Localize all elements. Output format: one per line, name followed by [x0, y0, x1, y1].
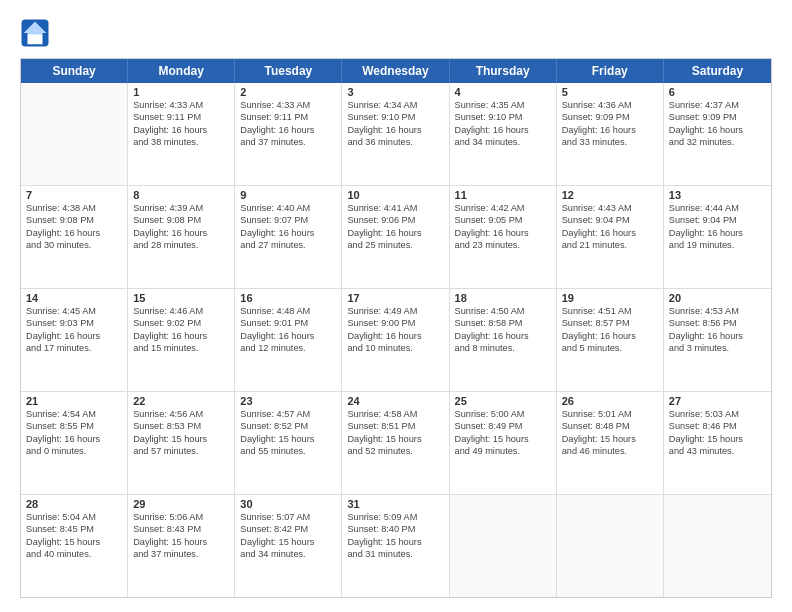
cell-info-line: and 34 minutes. [455, 136, 551, 148]
cell-info-line: Sunset: 8:49 PM [455, 420, 551, 432]
cell-info-line: Sunrise: 5:04 AM [26, 511, 122, 523]
day-number: 15 [133, 292, 229, 304]
cell-info-line: Sunrise: 5:03 AM [669, 408, 766, 420]
cell-info-line: and 0 minutes. [26, 445, 122, 457]
day-number: 5 [562, 86, 658, 98]
calendar-cell: 4Sunrise: 4:35 AMSunset: 9:10 PMDaylight… [450, 83, 557, 185]
cell-info-line: Daylight: 16 hours [347, 124, 443, 136]
cell-info-line: Sunrise: 4:46 AM [133, 305, 229, 317]
cell-info-line: and 34 minutes. [240, 548, 336, 560]
cell-info-line: and 17 minutes. [26, 342, 122, 354]
day-number: 26 [562, 395, 658, 407]
cell-info-line: Daylight: 16 hours [26, 433, 122, 445]
cell-info-line: Daylight: 16 hours [347, 227, 443, 239]
calendar-cell: 25Sunrise: 5:00 AMSunset: 8:49 PMDayligh… [450, 392, 557, 494]
cell-info-line: Sunset: 8:53 PM [133, 420, 229, 432]
calendar-cell: 10Sunrise: 4:41 AMSunset: 9:06 PMDayligh… [342, 186, 449, 288]
cell-info-line: and 28 minutes. [133, 239, 229, 251]
cell-info-line: and 3 minutes. [669, 342, 766, 354]
cell-info-line: and 25 minutes. [347, 239, 443, 251]
cell-info-line: Sunrise: 5:06 AM [133, 511, 229, 523]
calendar-cell: 8Sunrise: 4:39 AMSunset: 9:08 PMDaylight… [128, 186, 235, 288]
cell-info-line: Sunrise: 5:09 AM [347, 511, 443, 523]
day-number: 3 [347, 86, 443, 98]
calendar-cell: 21Sunrise: 4:54 AMSunset: 8:55 PMDayligh… [21, 392, 128, 494]
calendar-cell: 13Sunrise: 4:44 AMSunset: 9:04 PMDayligh… [664, 186, 771, 288]
calendar-cell: 24Sunrise: 4:58 AMSunset: 8:51 PMDayligh… [342, 392, 449, 494]
day-number: 4 [455, 86, 551, 98]
cell-info-line: Sunrise: 4:40 AM [240, 202, 336, 214]
calendar-cell [450, 495, 557, 597]
cell-info-line: Sunrise: 4:56 AM [133, 408, 229, 420]
cell-info-line: and 30 minutes. [26, 239, 122, 251]
cell-info-line: Sunrise: 4:42 AM [455, 202, 551, 214]
day-number: 25 [455, 395, 551, 407]
calendar-cell: 17Sunrise: 4:49 AMSunset: 9:00 PMDayligh… [342, 289, 449, 391]
header-day-friday: Friday [557, 59, 664, 83]
cell-info-line: Sunset: 8:40 PM [347, 523, 443, 535]
calendar-header: SundayMondayTuesdayWednesdayThursdayFrid… [21, 59, 771, 83]
day-number: 2 [240, 86, 336, 98]
cell-info-line: Sunset: 9:10 PM [347, 111, 443, 123]
header-day-thursday: Thursday [450, 59, 557, 83]
cell-info-line: Sunrise: 4:45 AM [26, 305, 122, 317]
calendar-cell: 6Sunrise: 4:37 AMSunset: 9:09 PMDaylight… [664, 83, 771, 185]
cell-info-line: and 52 minutes. [347, 445, 443, 457]
cell-info-line: Sunrise: 4:39 AM [133, 202, 229, 214]
cell-info-line: and 46 minutes. [562, 445, 658, 457]
cell-info-line: Sunrise: 4:38 AM [26, 202, 122, 214]
cell-info-line: and 31 minutes. [347, 548, 443, 560]
cell-info-line: Sunset: 8:42 PM [240, 523, 336, 535]
calendar-cell: 14Sunrise: 4:45 AMSunset: 9:03 PMDayligh… [21, 289, 128, 391]
cell-info-line: Sunrise: 4:33 AM [240, 99, 336, 111]
cell-info-line: and 32 minutes. [669, 136, 766, 148]
cell-info-line: Sunset: 9:09 PM [669, 111, 766, 123]
calendar-row-3: 21Sunrise: 4:54 AMSunset: 8:55 PMDayligh… [21, 391, 771, 494]
cell-info-line: Sunset: 9:11 PM [133, 111, 229, 123]
calendar-cell: 11Sunrise: 4:42 AMSunset: 9:05 PMDayligh… [450, 186, 557, 288]
cell-info-line: Daylight: 15 hours [133, 536, 229, 548]
cell-info-line: Sunset: 8:55 PM [26, 420, 122, 432]
cell-info-line: Sunrise: 4:41 AM [347, 202, 443, 214]
cell-info-line: Daylight: 16 hours [455, 227, 551, 239]
cell-info-line: Sunset: 9:04 PM [669, 214, 766, 226]
header-day-tuesday: Tuesday [235, 59, 342, 83]
day-number: 20 [669, 292, 766, 304]
cell-info-line: Daylight: 16 hours [669, 124, 766, 136]
day-number: 14 [26, 292, 122, 304]
cell-info-line: and 21 minutes. [562, 239, 658, 251]
cell-info-line: Sunset: 9:04 PM [562, 214, 658, 226]
calendar-cell: 29Sunrise: 5:06 AMSunset: 8:43 PMDayligh… [128, 495, 235, 597]
cell-info-line: Daylight: 16 hours [133, 227, 229, 239]
cell-info-line: Sunset: 9:08 PM [133, 214, 229, 226]
cell-info-line: Daylight: 16 hours [455, 330, 551, 342]
day-number: 28 [26, 498, 122, 510]
cell-info-line: and 57 minutes. [133, 445, 229, 457]
calendar-cell: 3Sunrise: 4:34 AMSunset: 9:10 PMDaylight… [342, 83, 449, 185]
cell-info-line: Sunrise: 4:50 AM [455, 305, 551, 317]
cell-info-line: Daylight: 15 hours [455, 433, 551, 445]
cell-info-line: Sunset: 8:51 PM [347, 420, 443, 432]
calendar-cell: 9Sunrise: 4:40 AMSunset: 9:07 PMDaylight… [235, 186, 342, 288]
cell-info-line: Sunrise: 4:33 AM [133, 99, 229, 111]
cell-info-line: Sunrise: 5:00 AM [455, 408, 551, 420]
cell-info-line: Daylight: 16 hours [240, 227, 336, 239]
cell-info-line: Sunset: 9:06 PM [347, 214, 443, 226]
cell-info-line: Sunrise: 4:58 AM [347, 408, 443, 420]
cell-info-line: Sunrise: 4:44 AM [669, 202, 766, 214]
cell-info-line: Sunset: 8:48 PM [562, 420, 658, 432]
calendar-row-4: 28Sunrise: 5:04 AMSunset: 8:45 PMDayligh… [21, 494, 771, 597]
header-day-wednesday: Wednesday [342, 59, 449, 83]
cell-info-line: Sunset: 9:11 PM [240, 111, 336, 123]
cell-info-line: Daylight: 16 hours [669, 227, 766, 239]
calendar-cell: 27Sunrise: 5:03 AMSunset: 8:46 PMDayligh… [664, 392, 771, 494]
cell-info-line: Sunrise: 4:43 AM [562, 202, 658, 214]
cell-info-line: Daylight: 16 hours [669, 330, 766, 342]
cell-info-line: Daylight: 15 hours [240, 433, 336, 445]
cell-info-line: Sunset: 9:08 PM [26, 214, 122, 226]
day-number: 22 [133, 395, 229, 407]
header [20, 18, 772, 48]
calendar-cell: 15Sunrise: 4:46 AMSunset: 9:02 PMDayligh… [128, 289, 235, 391]
day-number: 23 [240, 395, 336, 407]
cell-info-line: Sunset: 9:05 PM [455, 214, 551, 226]
